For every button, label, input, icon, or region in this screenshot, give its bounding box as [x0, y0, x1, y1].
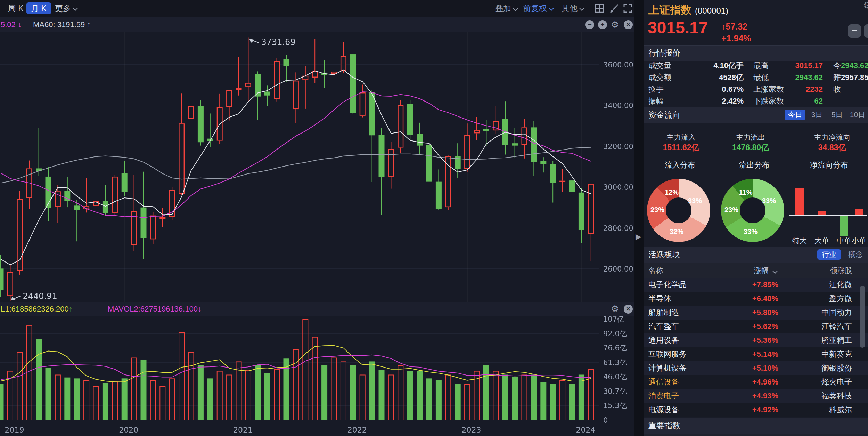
quote-value: 4.10亿手 — [713, 60, 744, 72]
gear-icon[interactable]: ⚙ — [863, 0, 868, 11]
zoom-in-button[interactable]: + — [598, 20, 607, 29]
tab-industry[interactable]: 行业 — [817, 249, 841, 260]
index-change: ↑57.32 — [721, 22, 747, 32]
sector-name: 电子化学品 — [648, 278, 687, 292]
sector-leading-stock: 福蓉科技 — [821, 389, 852, 403]
quote-value: 62 — [814, 95, 823, 107]
scrollbar-thumb[interactable] — [860, 286, 865, 348]
gear-icon[interactable]: ⚙ — [611, 19, 619, 31]
stock-app: 周 K 月 K 更多 叠加 前复权 其他 5.02 ↓ MA60: 3191.5… — [0, 0, 868, 436]
chevron-down-icon — [579, 6, 585, 11]
quote-cell: 成交量4.10亿手 — [648, 60, 744, 72]
quote-label: 今开 — [833, 60, 841, 72]
sector-name: 汽车整车 — [648, 320, 679, 333]
donut-hole — [666, 197, 691, 223]
fullscreen-icon[interactable] — [623, 3, 633, 14]
quote-cell: 换手0.67% — [648, 83, 744, 95]
tab-concept[interactable]: 概念 — [844, 249, 867, 260]
section-title: 资金流向 — [648, 107, 680, 122]
sector-change: +5.62% — [752, 320, 778, 333]
mavol2-indicator: MAVOL2:6275196136.100↓ — [108, 302, 202, 316]
netflow-bar — [840, 216, 848, 236]
sector-leading-stock: 烽火电子 — [821, 375, 852, 389]
sector-name: 通信设备 — [648, 375, 679, 389]
netflow-bar — [818, 211, 826, 215]
netflow-baseline — [789, 215, 867, 216]
sort-chevron-icon[interactable] — [772, 268, 778, 274]
panel-divider: ▶ — [634, 0, 644, 436]
quote-cell: 成交额4528亿 — [648, 72, 744, 83]
sector-row[interactable]: 电子化学品+7.85%江化微 — [644, 278, 868, 292]
overlay-label: 叠加 — [495, 4, 511, 13]
netflow-dist-title: 净流向分布 — [794, 160, 864, 170]
candlestick-chart-canvas[interactable] — [0, 32, 634, 302]
sector-name: 计算机设备 — [648, 361, 687, 375]
netflow-bar-label: 中单 — [837, 236, 851, 245]
tab-10day[interactable]: 10日 — [848, 110, 867, 120]
col-change[interactable]: 涨幅 — [754, 263, 769, 278]
chart-toolbar: 周 K 月 K 更多 叠加 前复权 其他 — [0, 0, 634, 17]
close-pane-icon[interactable]: ✕ — [624, 20, 633, 29]
section-title: 重要指数 — [648, 418, 680, 433]
sector-row[interactable]: 消费电子+4.93%福蓉科技 — [644, 389, 868, 403]
gear-icon[interactable]: ⚙ — [611, 303, 619, 315]
alert-bell-button[interactable] — [864, 24, 868, 38]
col-leader: 领涨股 — [830, 263, 852, 278]
sector-row[interactable]: 计算机设备+5.10%御银股份 — [644, 361, 868, 375]
tab-3day[interactable]: 3日 — [808, 110, 826, 120]
zoom-out-button[interactable]: − — [585, 20, 594, 29]
sector-row[interactable]: 通用设备+5.36%腾亚精工 — [644, 333, 868, 347]
layout-grid-icon[interactable] — [594, 3, 605, 14]
quote-panel: 上证指数(000001) 3015.17 ↑57.32 +1.94% − ⚙ 行… — [644, 0, 868, 436]
overlay-dropdown[interactable]: 叠加 — [495, 2, 517, 14]
sector-change: +5.80% — [752, 306, 778, 320]
sector-row[interactable]: 半导体+6.40%盈方微 — [644, 292, 868, 306]
donut-segment-label: 33% — [688, 197, 702, 205]
netflow-bar-label: 小单 — [852, 236, 866, 245]
section-quote: 行情报价 — [644, 45, 868, 61]
sector-row[interactable]: 电源设备+4.92%科威尔 — [644, 403, 868, 417]
tab-5day[interactable]: 5日 — [828, 110, 846, 120]
tab-today[interactable]: 今日 — [785, 110, 805, 120]
section-sectors: 活跃板块 行业 概念 — [644, 247, 868, 263]
minimize-panel-button[interactable]: − — [848, 24, 861, 38]
volume-chart-canvas[interactable] — [0, 316, 634, 436]
tab-week-k[interactable]: 周 K — [3, 2, 28, 14]
close-pane-icon[interactable]: ✕ — [624, 305, 633, 314]
ma-indicator-partial: 5.02 ↓ — [1, 17, 22, 32]
index-price: 3015.17 — [648, 18, 708, 37]
quote-cell: 今开2943.62 — [833, 60, 864, 72]
tab-month-k[interactable]: 月 K — [26, 2, 51, 14]
fundflow-stat: 主力流出1476.80亿 — [716, 133, 785, 153]
quote-value: 2943.62 — [841, 60, 868, 72]
chevron-down-icon — [549, 6, 554, 11]
sector-row[interactable]: 互联网服务+5.14%中新赛克 — [644, 347, 868, 361]
quote-label: 昨收 — [833, 72, 841, 83]
sector-change: +5.10% — [752, 361, 778, 375]
outflow-donut-chart: 33%33%23%11% — [721, 179, 784, 242]
sector-row[interactable]: 通信设备+4.96%烽火电子 — [644, 375, 868, 389]
collapse-panel-arrow-icon[interactable]: ▶ — [636, 232, 641, 241]
mavol1-indicator: L1:6185862326.200↑ — [1, 302, 73, 316]
other-dropdown[interactable]: 其他 — [562, 2, 584, 14]
quote-value: 2943.62 — [795, 72, 823, 83]
adjust-dropdown[interactable]: 前复权 — [523, 2, 553, 14]
sector-row[interactable]: 汽车整车+5.62%江铃汽车 — [644, 320, 868, 333]
quote-value: 0.67% — [722, 83, 744, 95]
quote-value: 3015.17 — [795, 60, 823, 72]
netflow-bar — [795, 188, 804, 215]
fundflow-stat-label: 主力流出 — [716, 133, 785, 142]
sector-leading-stock: 江化微 — [829, 278, 852, 292]
col-name: 名称 — [648, 263, 663, 278]
more-dropdown[interactable]: 更多 — [55, 2, 77, 14]
brush-icon[interactable] — [609, 3, 619, 14]
quote-cell: 下跌家数62 — [753, 95, 823, 107]
section-title: 行情报价 — [648, 46, 680, 60]
donut-hole — [740, 197, 765, 223]
quote-cell: 上涨家数2232 — [753, 83, 823, 95]
sector-change: +6.40% — [752, 292, 778, 306]
sector-row[interactable]: 船舶制造+5.80%中国动力 — [644, 306, 868, 320]
quote-label: 振幅 — [648, 95, 664, 107]
sector-leading-stock: 科威尔 — [829, 403, 852, 417]
quote-label: 换手 — [648, 83, 664, 95]
